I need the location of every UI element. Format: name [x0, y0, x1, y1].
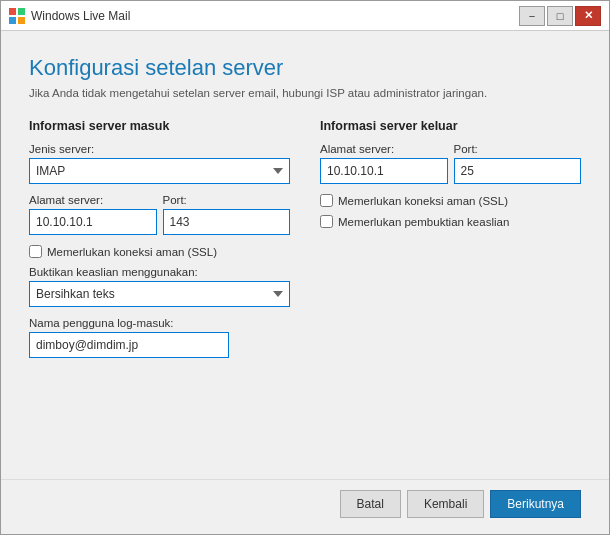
- outgoing-section-title: Informasi server keluar: [320, 119, 581, 133]
- incoming-section: Informasi server masuk Jenis server: IMA…: [29, 119, 290, 368]
- cancel-button[interactable]: Batal: [340, 490, 401, 518]
- outgoing-port-input[interactable]: [454, 158, 582, 184]
- incoming-port-label: Port:: [163, 194, 291, 206]
- title-bar-left: Windows Live Mail: [9, 8, 130, 24]
- incoming-address-field: Alamat server:: [29, 194, 157, 235]
- outgoing-auth-label: Memerlukan pembuktian keaslian: [338, 216, 509, 228]
- minimize-button[interactable]: −: [519, 6, 545, 26]
- outgoing-address-row: Alamat server: Port:: [320, 143, 581, 194]
- server-type-field: Jenis server: IMAP POP3: [29, 143, 290, 184]
- back-button[interactable]: Kembali: [407, 490, 484, 518]
- footer: Batal Kembali Berikutnya: [1, 479, 609, 534]
- outgoing-auth-checkbox[interactable]: [320, 215, 333, 228]
- page-subtitle: Jika Anda tidak mengetahui setelan serve…: [29, 87, 581, 99]
- incoming-port-field: Port:: [163, 194, 291, 235]
- svg-rect-0: [9, 8, 16, 15]
- auth-method-label: Buktikan keaslian menggunakan:: [29, 266, 290, 278]
- outgoing-ssl-row: Memerlukan koneksi aman (SSL): [320, 194, 581, 207]
- outgoing-address-label: Alamat server:: [320, 143, 448, 155]
- server-type-label: Jenis server:: [29, 143, 290, 155]
- incoming-address-label: Alamat server:: [29, 194, 157, 206]
- auth-method-select[interactable]: Bersihkan teks NTLM OAuth: [29, 281, 290, 307]
- next-button[interactable]: Berikutnya: [490, 490, 581, 518]
- username-field: Nama pengguna log-masuk:: [29, 317, 290, 358]
- outgoing-address-field: Alamat server:: [320, 143, 448, 184]
- outgoing-ssl-label: Memerlukan koneksi aman (SSL): [338, 195, 508, 207]
- username-label: Nama pengguna log-masuk:: [29, 317, 290, 329]
- main-content: Konfigurasi setelan server Jika Anda tid…: [1, 31, 609, 479]
- outgoing-port-label: Port:: [454, 143, 582, 155]
- outgoing-section: Informasi server keluar Alamat server: P…: [320, 119, 581, 368]
- outgoing-ssl-checkbox[interactable]: [320, 194, 333, 207]
- title-bar-controls: − □ ✕: [519, 6, 601, 26]
- maximize-button[interactable]: □: [547, 6, 573, 26]
- svg-rect-2: [9, 17, 16, 24]
- server-type-select[interactable]: IMAP POP3: [29, 158, 290, 184]
- main-window: Windows Live Mail − □ ✕ Konfigurasi sete…: [0, 0, 610, 535]
- incoming-port-input[interactable]: [163, 209, 291, 235]
- outgoing-address-input[interactable]: [320, 158, 448, 184]
- title-bar: Windows Live Mail − □ ✕: [1, 1, 609, 31]
- incoming-ssl-row: Memerlukan koneksi aman (SSL): [29, 245, 290, 258]
- incoming-section-title: Informasi server masuk: [29, 119, 290, 133]
- close-button[interactable]: ✕: [575, 6, 601, 26]
- outgoing-port-field: Port:: [454, 143, 582, 184]
- form-columns: Informasi server masuk Jenis server: IMA…: [29, 119, 581, 368]
- app-icon: [9, 8, 25, 24]
- username-input[interactable]: [29, 332, 229, 358]
- incoming-ssl-checkbox[interactable]: [29, 245, 42, 258]
- incoming-address-input[interactable]: [29, 209, 157, 235]
- incoming-ssl-label: Memerlukan koneksi aman (SSL): [47, 246, 217, 258]
- outgoing-auth-row: Memerlukan pembuktian keaslian: [320, 215, 581, 228]
- auth-method-field: Buktikan keaslian menggunakan: Bersihkan…: [29, 266, 290, 307]
- page-title: Konfigurasi setelan server: [29, 55, 581, 81]
- svg-rect-1: [18, 8, 25, 15]
- incoming-address-row: Alamat server: Port:: [29, 194, 290, 245]
- window-title: Windows Live Mail: [31, 9, 130, 23]
- svg-rect-3: [18, 17, 25, 24]
